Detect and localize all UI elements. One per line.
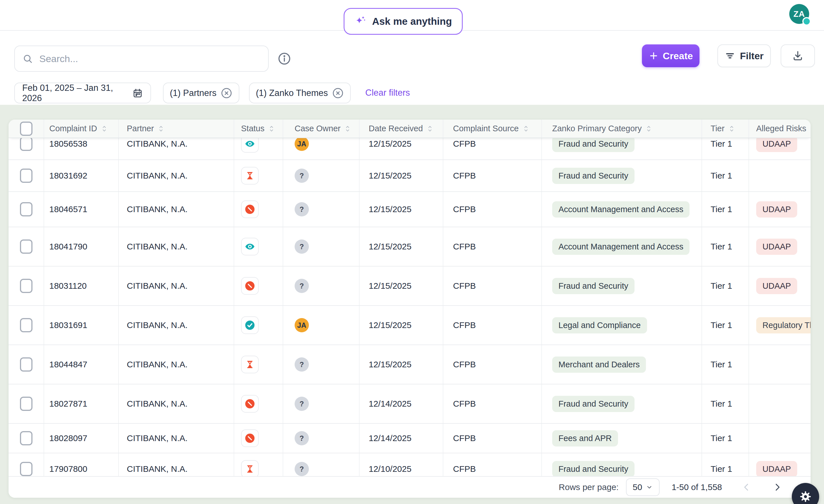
sparkle-icon [354, 15, 367, 28]
sort-icon[interactable] [728, 124, 735, 133]
complaint-id-cell[interactable]: 17907800 [44, 453, 119, 476]
row-checkbox[interactable] [20, 138, 32, 151]
row-checkbox[interactable] [20, 462, 32, 476]
case-owner-avatar[interactable]: JA [295, 138, 309, 151]
status-badge[interactable] [241, 356, 259, 373]
column-header-zanko-primary-category[interactable]: Zanko Primary Category [542, 120, 702, 138]
status-badge[interactable] [241, 429, 259, 447]
row-checkbox[interactable] [20, 397, 32, 411]
complaint-id-cell[interactable]: 18044847 [44, 345, 119, 384]
alleged-risks-cell [749, 424, 811, 453]
complaint-id-cell[interactable]: 18031120 [44, 266, 119, 305]
status-badge[interactable] [241, 317, 259, 334]
sort-icon[interactable] [645, 124, 652, 133]
remove-partners-filter-icon[interactable] [220, 87, 232, 99]
date-received-cell: 12/14/2025 [359, 384, 443, 423]
table-row[interactable]: 18044847CITIBANK, N.A.?12/15/2025CFPBMer… [9, 345, 811, 384]
select-all-checkbox[interactable] [20, 122, 32, 136]
table-row[interactable]: 18041790CITIBANK, N.A.?12/15/2025CFPBAcc… [9, 227, 811, 266]
row-checkbox-cell [9, 384, 44, 423]
sort-icon[interactable] [522, 124, 530, 133]
case-owner-avatar[interactable]: ? [295, 462, 309, 476]
status-badge[interactable] [241, 167, 259, 184]
case-owner-avatar[interactable]: ? [295, 240, 309, 254]
category-badge: Fraud and Security [552, 138, 634, 152]
status-badge[interactable] [241, 238, 259, 255]
rows-per-page-select[interactable]: 50 [626, 478, 659, 496]
column-header-tier[interactable]: Tier [702, 120, 749, 138]
column-header-date-received[interactable]: Date Received [359, 120, 443, 138]
table-row[interactable]: 18028097CITIBANK, N.A.?12/14/2025CFPBFee… [9, 424, 811, 453]
partners-filter-chip[interactable]: (1) Partners [163, 83, 239, 103]
complaint-id-cell[interactable]: 18041790 [44, 227, 119, 266]
row-checkbox[interactable] [20, 168, 32, 183]
column-header-status[interactable]: Status [234, 120, 283, 138]
case-owner-avatar[interactable]: JA [295, 318, 309, 332]
complaint-id-cell[interactable]: 18028097 [44, 424, 119, 453]
next-page-button[interactable] [771, 481, 784, 493]
table-row[interactable]: 18031692CITIBANK, N.A.?12/15/2025CFPBFra… [9, 160, 811, 192]
status-badge[interactable] [241, 395, 259, 413]
search-input[interactable] [39, 53, 261, 65]
column-header-case-owner[interactable]: Case Owner [283, 120, 359, 138]
filter-button[interactable]: Filter [717, 44, 771, 67]
complaint-id-cell[interactable]: 18046571 [44, 192, 119, 227]
table-row[interactable]: 18056538CITIBANK, N.A.JA12/15/2025CFPBFr… [9, 138, 811, 160]
status-badge[interactable] [241, 460, 259, 476]
sort-icon[interactable] [101, 124, 108, 133]
date-received-cell: 12/15/2025 [359, 306, 443, 345]
remove-zanko-themes-filter-icon[interactable] [332, 87, 344, 99]
column-header-complaint-id[interactable]: Complaint ID [44, 120, 119, 138]
table-footer: Rows per page: 50 1-50 of 1,558 [9, 476, 811, 498]
case-owner-avatar[interactable]: ? [295, 397, 309, 411]
tier-cell: Tier 1 [702, 453, 749, 476]
complaint-id-cell[interactable]: 18027871 [44, 384, 119, 423]
info-icon[interactable] [278, 52, 291, 66]
category-badge: Fraud and Security [552, 396, 634, 412]
clear-filters-link[interactable]: Clear filters [365, 88, 410, 98]
sort-icon[interactable] [268, 124, 275, 133]
complaint-id-cell[interactable]: 18056538 [44, 138, 119, 159]
complaint-id-cell[interactable]: 18031692 [44, 160, 119, 192]
complaint-id-cell[interactable]: 18031691 [44, 306, 119, 345]
table-row[interactable]: 18031120CITIBANK, N.A.?12/15/2025CFPBFra… [9, 266, 811, 306]
case-owner-avatar[interactable]: ? [295, 202, 309, 217]
status-cell [234, 138, 283, 159]
status-badge[interactable] [241, 201, 259, 218]
row-checkbox[interactable] [20, 202, 32, 217]
column-header-complaint-source[interactable]: Complaint Source [443, 120, 542, 138]
sort-icon[interactable] [157, 124, 165, 133]
row-checkbox[interactable] [20, 279, 32, 293]
slash-status-icon [244, 204, 255, 215]
create-button[interactable]: Create [642, 44, 700, 67]
tier-cell: Tier 1 [702, 345, 749, 384]
column-header-partner[interactable]: Partner [119, 120, 234, 138]
row-checkbox[interactable] [20, 240, 32, 254]
zanko-themes-filter-chip[interactable]: (1) Zanko Themes [249, 83, 351, 103]
table-row[interactable]: 17907800CITIBANK, N.A.?12/10/2025CFPBFra… [9, 453, 811, 476]
partners-chip-label: (1) Partners [170, 88, 217, 98]
case-owner-avatar[interactable]: ? [295, 279, 309, 293]
status-cell [234, 227, 283, 266]
sort-icon[interactable] [344, 124, 351, 133]
partner-cell: CITIBANK, N.A. [119, 192, 234, 227]
column-header-label: Complaint ID [49, 124, 97, 133]
category-badge: Fraud and Security [552, 278, 634, 294]
status-badge[interactable] [241, 277, 259, 295]
row-checkbox[interactable] [20, 318, 32, 332]
row-checkbox[interactable] [20, 357, 32, 372]
date-range-chip[interactable]: Feb 01, 2025 – Jan 31, 2026 [14, 83, 151, 103]
table-row[interactable]: 18031691CITIBANK, N.A.JA12/15/2025CFPBLe… [9, 306, 811, 345]
sort-icon[interactable] [426, 124, 434, 133]
table-row[interactable]: 18046571CITIBANK, N.A.?12/15/2025CFPBAcc… [9, 192, 811, 227]
case-owner-avatar[interactable]: ? [295, 357, 309, 372]
export-button[interactable] [781, 44, 815, 67]
table-row[interactable]: 18027871CITIBANK, N.A.?12/14/2025CFPBFra… [9, 384, 811, 424]
status-badge[interactable] [241, 138, 259, 153]
case-owner-cell: ? [283, 192, 359, 227]
row-checkbox[interactable] [20, 431, 32, 445]
case-owner-avatar[interactable]: ? [295, 431, 309, 445]
ask-me-anything-button[interactable]: Ask me anything [344, 8, 463, 35]
case-owner-avatar[interactable]: ? [295, 168, 309, 183]
previous-page-button[interactable] [740, 481, 753, 493]
